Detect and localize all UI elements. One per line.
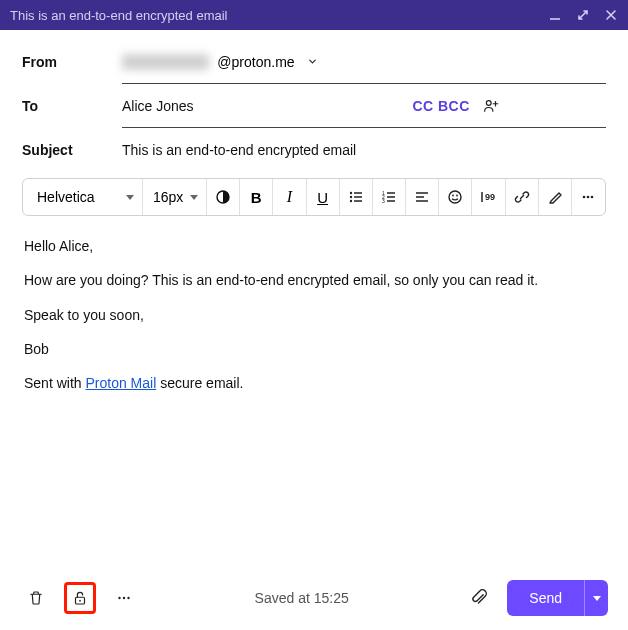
from-domain: @proton.me (217, 54, 294, 70)
more-format-icon[interactable] (572, 179, 605, 215)
svg-point-32 (127, 597, 129, 599)
titlebar: This is an end-to-end encrypted email (0, 0, 628, 30)
svg-point-6 (350, 196, 352, 198)
saved-status: Saved at 15:25 (152, 590, 451, 606)
svg-point-20 (449, 191, 461, 203)
body-line: Bob (24, 339, 604, 359)
from-masked: ████████ (122, 54, 209, 70)
send-button[interactable]: Send (507, 580, 584, 616)
svg-point-25 (583, 196, 586, 199)
expand-icon[interactable] (576, 8, 590, 22)
format-toolbar: Helvetica 16px B I U 123 99 (22, 178, 606, 216)
align-icon[interactable] (406, 179, 439, 215)
close-icon[interactable] (604, 8, 618, 22)
svg-point-31 (123, 597, 125, 599)
blockquote-icon[interactable]: 99 (472, 179, 505, 215)
from-label: From (22, 54, 122, 70)
svg-point-22 (456, 195, 458, 197)
svg-text:3: 3 (382, 198, 385, 204)
body-line: How are you doing? This is an end-to-end… (24, 270, 604, 290)
cc-bcc-toggle[interactable]: CC BCC (412, 98, 469, 114)
ordered-list-icon[interactable]: 123 (373, 179, 406, 215)
svg-point-27 (591, 196, 594, 199)
body-line: Speak to you soon, (24, 305, 604, 325)
message-body[interactable]: Hello Alice, How are you doing? This is … (22, 216, 606, 427)
attachment-icon[interactable] (463, 588, 495, 608)
trash-icon[interactable] (20, 582, 52, 614)
send-options-dropdown[interactable] (584, 580, 608, 616)
svg-point-5 (350, 192, 352, 194)
window-title: This is an end-to-end encrypted email (10, 8, 228, 23)
subject-label: Subject (22, 142, 122, 158)
svg-point-26 (587, 196, 590, 199)
to-row: To CC BCC (22, 84, 606, 128)
color-icon[interactable] (207, 179, 240, 215)
body-line: Hello Alice, (24, 236, 604, 256)
minimize-icon[interactable] (548, 8, 562, 22)
svg-point-29 (79, 600, 81, 602)
more-options-icon[interactable] (108, 582, 140, 614)
underline-icon[interactable]: U (307, 179, 340, 215)
to-input[interactable] (122, 84, 412, 127)
body-signature: Sent with Proton Mail secure email. (24, 373, 604, 393)
svg-point-1 (486, 100, 491, 105)
bold-icon[interactable]: B (240, 179, 273, 215)
proton-mail-link[interactable]: Proton Mail (85, 375, 156, 391)
subject-row: Subject (22, 128, 606, 172)
subject-input[interactable] (122, 142, 606, 158)
clear-format-icon[interactable] (539, 179, 572, 215)
svg-text:99: 99 (485, 192, 495, 202)
encryption-lock-icon[interactable] (64, 582, 96, 614)
bullet-list-icon[interactable] (340, 179, 373, 215)
chevron-down-icon (307, 56, 318, 67)
from-row: From ████████@proton.me (22, 40, 606, 84)
italic-icon[interactable]: I (273, 179, 306, 215)
from-selector[interactable]: ████████@proton.me (122, 54, 318, 70)
svg-point-30 (118, 597, 120, 599)
svg-point-7 (350, 200, 352, 202)
font-size-select[interactable]: 16px (143, 179, 207, 215)
to-label: To (22, 98, 122, 114)
font-family-select[interactable]: Helvetica (23, 179, 143, 215)
composer-footer: Saved at 15:25 Send (0, 574, 628, 630)
contacts-icon[interactable] (482, 97, 500, 115)
svg-point-21 (452, 195, 454, 197)
link-icon[interactable] (506, 179, 539, 215)
emoji-icon[interactable] (439, 179, 472, 215)
